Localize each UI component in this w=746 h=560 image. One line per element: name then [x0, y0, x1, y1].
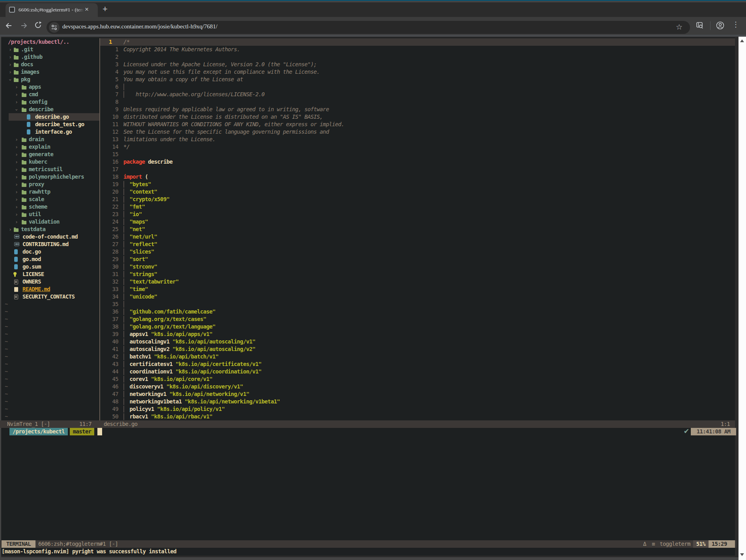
- line-number: 24: [100, 218, 118, 226]
- code-text: /*: [123, 38, 130, 46]
- line-number: 18: [100, 173, 118, 181]
- folder-icon: [22, 153, 26, 157]
- line-number: 17: [100, 166, 118, 173]
- url-text[interactable]: devspaces.apps.hub.euw.container.mom/jos…: [62, 23, 218, 30]
- tree-item-label: metricsutil: [29, 166, 63, 173]
- tree-item-label: README.md: [22, 286, 50, 293]
- line-number: 5: [100, 76, 118, 83]
- statusline-filename: describe.go: [104, 420, 138, 428]
- tree-item-label: describe: [29, 106, 53, 113]
- code-text: autoscalingv1 "k8s.io/api/autoscaling/v1…: [123, 338, 256, 345]
- delta-icon: Δ: [643, 540, 646, 548]
- editor-line: 42 batchv1 "k8s.io/api/batch/v1": [100, 353, 735, 360]
- code-text: distributed under the License is distrib…: [123, 113, 323, 121]
- chevron-right-icon: ›: [9, 226, 11, 233]
- chevron-right-icon: ›: [15, 83, 18, 91]
- editor-line: 30 "strconv": [100, 263, 735, 271]
- tree-item-label: describe.go: [35, 113, 69, 121]
- scrollbar-up-arrow[interactable]: [740, 39, 744, 42]
- new-tab-button[interactable]: +: [103, 4, 108, 14]
- readme-file-icon: [14, 287, 18, 292]
- go-file-icon: [14, 257, 18, 262]
- code-text: See the License for the specific languag…: [123, 128, 329, 136]
- line-number: 11: [100, 121, 118, 128]
- line-number: 46: [100, 383, 118, 390]
- browser-tab[interactable]: 6606:zsh;#toggleterm#1 - (term ×: [6, 3, 98, 17]
- code-text: "sort": [123, 256, 148, 263]
- code-text: rbacv1 "k8s.io/api/rbac/v1": [123, 413, 213, 420]
- profile-icon[interactable]: [716, 21, 724, 30]
- folder-icon: [14, 78, 19, 82]
- editor-line: 17: [100, 166, 735, 173]
- code-text: networkingv1 "k8s.io/api/networking/v1": [123, 390, 249, 398]
- folder-icon: [22, 221, 26, 224]
- code-text: "golang.org/x/text/cases": [123, 315, 206, 323]
- lines-icon: ≡: [652, 540, 655, 548]
- chevron-right-icon: ›: [15, 188, 18, 196]
- site-settings-icon[interactable]: [51, 24, 58, 31]
- forward-icon[interactable]: [20, 22, 28, 30]
- code-text: */: [123, 143, 130, 151]
- tab-bar: 6606:zsh;#toggleterm#1 - (term × +: [0, 2, 746, 17]
- scrollbar-down-arrow[interactable]: [740, 553, 744, 556]
- editor-line: 44 coordinationv1 "k8s.io/api/coordinati…: [100, 368, 735, 375]
- tab-title: 6606:zsh;#toggleterm#1 - (term: [19, 7, 84, 13]
- editor-line: 27 "reflect": [100, 241, 735, 248]
- editor-line: 16package describe: [100, 158, 735, 166]
- tree-item-label: describe_test.go: [35, 121, 84, 128]
- code-text: Copyright 2014 The Kubernetes Authors.: [123, 46, 240, 53]
- line-number: 4: [100, 68, 118, 76]
- scrollbar[interactable]: [739, 37, 746, 560]
- chevron-right-icon: ›: [15, 143, 18, 151]
- chevron-right-icon: ›: [15, 181, 18, 188]
- location-badge: 15:29: [709, 540, 735, 548]
- folder-icon: [14, 49, 19, 52]
- tab-favicon: [9, 7, 15, 13]
- folder-icon: [22, 213, 26, 217]
- line-number: 22: [100, 203, 118, 211]
- editor-line: 8: [100, 98, 735, 106]
- line-number: 38: [100, 323, 118, 330]
- tree-item-label: testdata: [21, 226, 45, 233]
- doc-file-icon: [14, 295, 18, 299]
- reload-icon[interactable]: [34, 21, 42, 29]
- code-text: "strconv": [123, 263, 157, 271]
- line-number: 3: [100, 61, 118, 68]
- line-number: 16: [100, 158, 118, 166]
- chevron-right-icon: ›: [15, 203, 18, 211]
- tree-item-label: polymorphichelpers: [29, 173, 84, 181]
- line-number: 30: [100, 263, 118, 271]
- editor-line: 37 "golang.org/x/text/cases": [100, 315, 735, 323]
- code-text: "net": [123, 226, 145, 233]
- address-bar[interactable]: devspaces.apps.hub.euw.container.mom/jos…: [47, 21, 690, 34]
- tree-item-label: proxy: [29, 181, 44, 188]
- chevron-right-icon: ›: [15, 136, 18, 143]
- side-panel-icon[interactable]: [696, 22, 704, 29]
- folder-icon: [14, 71, 19, 75]
- line-number: 6: [100, 83, 118, 91]
- tree-item-label: util: [29, 211, 41, 218]
- go-file-icon: [14, 249, 18, 254]
- tree-item-label: OWNERS: [22, 278, 41, 286]
- line-number: 32: [100, 278, 118, 286]
- menu-dots-icon[interactable]: ⋮: [732, 20, 739, 29]
- tab-close-icon[interactable]: ×: [85, 6, 89, 13]
- line-number: 23: [100, 211, 118, 218]
- code-text: autoscalingv2 "k8s.io/api/autoscaling/v2…: [123, 345, 256, 353]
- code-text: coordinationv1 "k8s.io/api/coordination/…: [123, 368, 261, 375]
- tree-item-label: SECURITY_CONTACTS: [22, 293, 75, 301]
- bookmark-star-icon[interactable]: ☆: [676, 22, 683, 32]
- terminal[interactable]: /projects/kubectl/..›.git›.github›docs›i…: [2, 38, 735, 555]
- line-number: 49: [100, 405, 118, 413]
- folder-icon: [22, 101, 26, 105]
- code-text: Unless required by applicable law or agr…: [123, 106, 329, 113]
- tree-item-label: validation: [29, 218, 60, 226]
- editor-line: 48 networkingv1beta1 "k8s.io/api/network…: [100, 398, 735, 405]
- folder-icon: [22, 183, 26, 187]
- code-text: "github.com/fatih/camelcase": [123, 308, 215, 315]
- folder-icon: [22, 108, 26, 112]
- chevron-right-icon: ›: [9, 61, 11, 68]
- editor-line: 41 autoscalingv2 "k8s.io/api/autoscaling…: [100, 345, 735, 353]
- code-text: http://www.apache.org/licenses/LICENSE-2…: [123, 91, 265, 98]
- back-icon[interactable]: [5, 22, 13, 30]
